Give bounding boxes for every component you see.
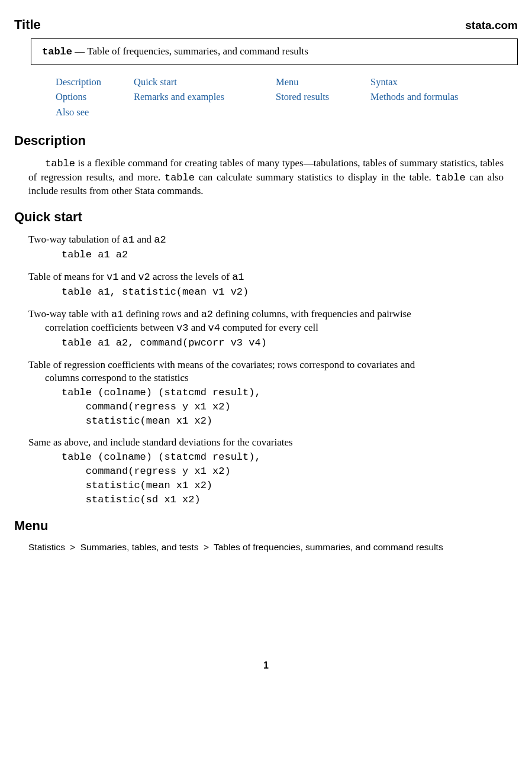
qs-intro: Table of regression coefficients with me…	[28, 359, 504, 372]
nav-menu[interactable]: Menu	[276, 76, 370, 88]
code-block: table (colname) (statcmd result), comman…	[62, 450, 504, 506]
quickstart-body: Two-way tabulation of a1 and a2table a1 …	[28, 233, 504, 507]
nav-description[interactable]: Description	[56, 76, 134, 88]
qs-intro: Two-way table with a1 defining rows and …	[28, 308, 504, 321]
qs-text: Same as above, and include standard devi…	[28, 437, 293, 448]
qs-text: Table of regression coefficients with me…	[28, 359, 415, 370]
desc-cmd-3: table	[436, 172, 466, 183]
title-cmd: table	[42, 46, 72, 57]
menu-p1: Statistics	[28, 542, 65, 552]
inline-code: a2	[154, 234, 166, 246]
page-title: Title	[14, 17, 41, 34]
desc-cmd-1: table	[45, 158, 75, 169]
gt-icon: >	[201, 542, 211, 552]
desc-cmd-2: table	[165, 172, 195, 183]
qs-text: columns correspond to the statistics	[45, 372, 189, 383]
nav-quick-start[interactable]: Quick start	[134, 76, 276, 88]
quickstart-item: Two-way tabulation of a1 and a2table a1 …	[28, 233, 504, 262]
qs-intro: Table of means for v1 and v2 across the …	[28, 270, 504, 284]
desc-t2: can calculate summary statistics to disp…	[195, 172, 436, 183]
title-subtitle: Table of frequencies, summaries, and com…	[87, 46, 308, 57]
qs-intro: Two-way tabulation of a1 and a2	[28, 233, 504, 247]
menu-p2: Summaries, tables, and tests	[80, 542, 199, 552]
qs-text: computed for every cell	[220, 322, 318, 333]
nav-methods[interactable]: Methods and formulas	[370, 91, 518, 103]
qs-text: and	[188, 322, 208, 333]
brand-link[interactable]: stata.com	[465, 18, 518, 33]
qs-text: Two-way tabulation of	[28, 234, 122, 245]
qs-text: Two-way table with	[28, 308, 111, 319]
qs-text: correlation coefficients between	[45, 322, 176, 333]
quickstart-item: Same as above, and include standard devi…	[28, 436, 504, 506]
code-block: table a1 a2, command(pwcorr v3 v4)	[62, 336, 504, 350]
nav-links: Description Quick start Menu Syntax Opti…	[56, 76, 518, 118]
nav-remarks[interactable]: Remarks and examples	[134, 91, 276, 103]
title-dash: —	[72, 46, 87, 57]
nav-options[interactable]: Options	[56, 91, 134, 103]
nav-stored-results[interactable]: Stored results	[276, 91, 370, 103]
quickstart-item: Two-way table with a1 defining rows and …	[28, 308, 504, 350]
code-block: table (colname) (statcmd result), comman…	[62, 386, 504, 428]
qs-intro-cont: correlation coefficients between v3 and …	[45, 321, 504, 335]
menu-heading: Menu	[14, 518, 518, 535]
page-number: 1	[14, 660, 518, 672]
code-block: table a1, statistic(mean v1 v2)	[62, 285, 504, 299]
inline-code: a1	[232, 272, 244, 283]
menu-p3: Tables of frequencies, summaries, and co…	[214, 542, 443, 552]
gt-icon: >	[67, 542, 78, 552]
inline-code: a1	[122, 234, 134, 246]
title-box: table — Table of frequencies, summaries,…	[31, 38, 518, 65]
qs-text: and	[118, 271, 138, 282]
quickstart-heading: Quick start	[14, 209, 518, 226]
qs-intro-cont: columns correspond to the statistics	[45, 372, 504, 385]
menu-path: Statistics > Summaries, tables, and test…	[28, 541, 518, 553]
inline-code: v1	[107, 272, 118, 283]
inline-code: a1	[111, 309, 123, 320]
qs-intro: Same as above, and include standard devi…	[28, 436, 504, 449]
description-text: table is a flexible command for creating…	[28, 157, 504, 199]
qs-text: defining columns, with frequencies and p…	[213, 308, 411, 319]
qs-text: and	[134, 234, 154, 245]
header-row: Title stata.com	[14, 17, 518, 34]
inline-code: a2	[201, 309, 213, 320]
nav-syntax[interactable]: Syntax	[370, 76, 518, 88]
inline-code: v3	[176, 322, 188, 334]
quickstart-item: Table of regression coefficients with me…	[28, 359, 504, 428]
qs-text: Table of means for	[28, 271, 107, 282]
qs-text: across the levels of	[150, 271, 232, 282]
code-block: table a1 a2	[62, 248, 504, 262]
description-heading: Description	[14, 133, 518, 150]
quickstart-item: Table of means for v1 and v2 across the …	[28, 270, 504, 299]
nav-also-see[interactable]: Also see	[56, 106, 134, 118]
inline-code: v2	[138, 272, 150, 283]
qs-text: defining rows and	[123, 308, 201, 319]
inline-code: v4	[208, 322, 220, 334]
